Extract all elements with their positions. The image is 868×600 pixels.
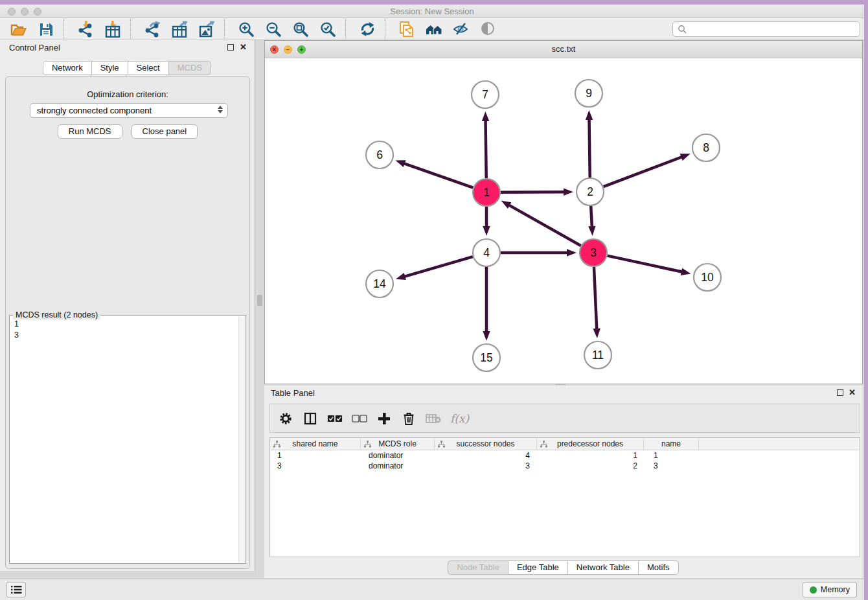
tab-select[interactable]: Select [128, 61, 169, 75]
function-builder-icon: f(x) [450, 411, 469, 426]
edge-arrowhead [681, 268, 691, 275]
edge-arrowhead [593, 329, 600, 338]
search-input[interactable] [672, 21, 860, 37]
edge-2-3[interactable] [591, 206, 592, 228]
edge-1-2[interactable] [501, 192, 565, 192]
column-header-predecessor-nodes[interactable]: predecessor nodes [537, 438, 644, 450]
edge-arrowhead [564, 189, 573, 196]
table-panel-header: Table Panel ✕ [264, 386, 863, 400]
edge-3-11[interactable] [594, 267, 597, 330]
node-label-11: 11 [592, 349, 604, 362]
node-label-15: 15 [480, 351, 492, 364]
select-all-icon[interactable] [327, 411, 343, 426]
control-panel-float-button[interactable] [227, 44, 234, 51]
tab-style[interactable]: Style [91, 61, 128, 75]
main-toolbar [0, 18, 864, 40]
table-cell: 3 [646, 461, 702, 471]
export-image-icon[interactable] [193, 19, 220, 39]
toolbar-separator [224, 19, 233, 39]
criterion-select[interactable]: strongly connected component [30, 103, 228, 118]
close-panel-button[interactable]: Close panel [131, 124, 198, 139]
table-cell: 1 [270, 450, 361, 461]
edge-3-10[interactable] [608, 256, 683, 272]
table-cell: 2 [539, 461, 646, 471]
node-label-9: 9 [586, 87, 592, 100]
delete-column-trash-icon[interactable] [401, 411, 417, 426]
select-stepper-icon [218, 106, 223, 113]
table-row[interactable]: 3dominator323 [270, 461, 860, 471]
toolbar-separator [345, 19, 354, 39]
column-header-shared-name[interactable]: shared name [270, 438, 361, 450]
tab-network[interactable]: Network [43, 61, 92, 75]
edge-2-9[interactable] [589, 118, 590, 178]
table-cell: 1 [646, 450, 702, 461]
memory-button[interactable]: Memory [803, 582, 857, 597]
table-panel-float-button[interactable] [837, 389, 843, 396]
eye-icon[interactable] [475, 19, 502, 39]
export-network-icon[interactable] [139, 19, 166, 39]
gear-icon[interactable] [278, 411, 293, 426]
tab-motifs[interactable]: Motifs [638, 560, 679, 575]
column-header-label: MCDS role [378, 439, 417, 448]
toolbar-icons [5, 19, 502, 39]
column-header-name[interactable]: name [644, 438, 699, 450]
zoom-selected-icon[interactable] [314, 19, 341, 39]
toolbar-separator [63, 19, 72, 39]
task-history-button[interactable] [6, 582, 26, 597]
edge-arrowhead [483, 226, 490, 236]
edge-arrowhead [501, 201, 512, 209]
import-table-icon[interactable] [99, 19, 126, 39]
zoom-in-icon[interactable] [233, 19, 260, 39]
import-network-icon[interactable] [72, 19, 99, 39]
table-cell: dominator [361, 450, 436, 461]
tab-network-table[interactable]: Network Table [567, 560, 639, 575]
edge-arrowhead [396, 273, 406, 280]
table-cell: 4 [436, 450, 539, 461]
save-session-icon[interactable] [32, 19, 60, 39]
open-session-icon[interactable] [5, 19, 32, 39]
edge-arrowhead [586, 110, 593, 120]
network-graph: 7968124314101511 [265, 58, 862, 384]
table-panel-close-button[interactable]: ✕ [849, 387, 856, 397]
tab-node-table[interactable]: Node Table [448, 560, 508, 575]
deselect-all-icon[interactable] [352, 411, 367, 426]
mcds-result-text[interactable]: 13 [10, 317, 238, 563]
duplicate-network-icon[interactable] [393, 19, 420, 39]
app-title: Session: New Session [0, 6, 864, 16]
edge-1-6[interactable] [403, 163, 473, 188]
add-column-icon[interactable] [376, 411, 392, 426]
vertical-splitter-handle[interactable] [257, 295, 262, 306]
tab-edge-table[interactable]: Edge Table [508, 560, 568, 575]
mcds-result-scrollbar[interactable] [238, 317, 245, 562]
toolbar-separator [130, 19, 139, 39]
node-label-7: 7 [482, 88, 488, 101]
node-label-10: 10 [701, 271, 714, 284]
search-icon [678, 25, 687, 34]
network-canvas[interactable]: 7968124314101511 [265, 58, 862, 384]
houses-icon[interactable] [420, 19, 448, 39]
columns-icon[interactable] [303, 411, 318, 426]
node-label-8: 8 [703, 141, 709, 154]
tab-mcds[interactable]: MCDS [168, 61, 211, 75]
control-panel-close-button[interactable]: ✕ [240, 42, 247, 52]
edge-arrowhead [588, 226, 595, 236]
table-body: 1dominator4113dominator323 [270, 450, 860, 471]
edge-arrowhead [396, 160, 406, 167]
edge-3-1[interactable] [508, 205, 581, 246]
table-row[interactable]: 1dominator411 [270, 450, 860, 461]
column-header-successor-nodes[interactable]: successor nodes [435, 438, 537, 450]
column-header-MCDS-role[interactable]: MCDS role [361, 438, 435, 450]
network-window-title: scc.txt [265, 44, 862, 54]
run-mcds-button[interactable]: Run MCDS [58, 124, 122, 139]
node-table: shared nameMCDS rolesuccessor nodesprede… [269, 437, 860, 557]
export-table-icon[interactable] [166, 19, 193, 39]
zoom-fit-icon[interactable] [287, 19, 314, 39]
refresh-icon[interactable] [354, 19, 381, 39]
column-header-label: name [661, 439, 681, 448]
edge-4-14[interactable] [403, 257, 472, 277]
edge-1-7[interactable] [486, 119, 486, 178]
zoom-out-icon[interactable] [260, 19, 287, 39]
table-cell: 3 [270, 461, 361, 471]
eye-slash-icon[interactable] [448, 19, 475, 39]
edge-2-8[interactable] [604, 156, 683, 187]
